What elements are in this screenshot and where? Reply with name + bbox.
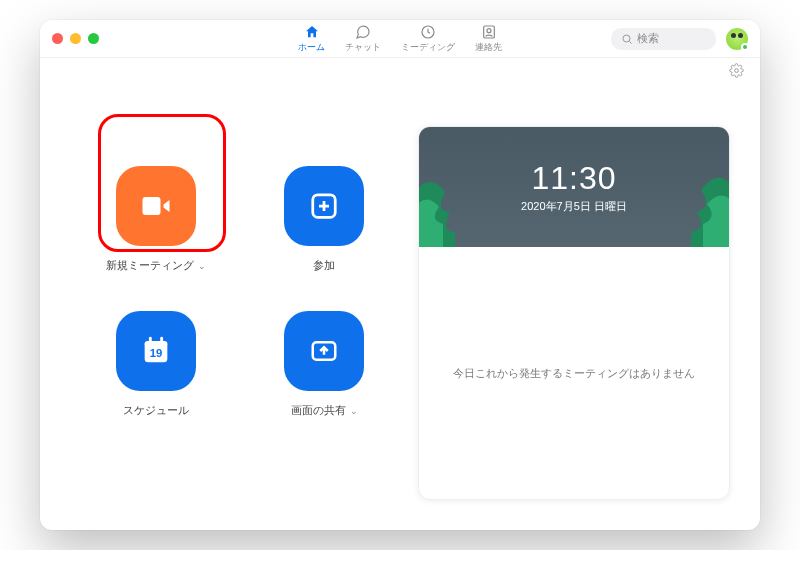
no-meetings-text: 今日これから発生するミーティングはありません: [419, 247, 729, 499]
svg-point-3: [623, 35, 630, 42]
app-window: ホーム チャット ミーディング 連絡先: [40, 20, 760, 530]
new-meeting-button[interactable]: 新規ミーティング ⌄: [90, 166, 222, 273]
tab-chat-label: チャット: [345, 41, 381, 54]
search-input[interactable]: 検索: [611, 28, 716, 50]
schedule-button[interactable]: 19 スケジュール: [90, 311, 222, 418]
calendar-icon: 19: [139, 334, 173, 368]
minimize-window-button[interactable]: [70, 33, 81, 44]
presence-dot: [741, 43, 749, 51]
avatar[interactable]: [726, 28, 748, 50]
tab-contacts[interactable]: 連絡先: [475, 24, 502, 54]
gear-icon: [729, 63, 744, 78]
search-placeholder: 検索: [637, 31, 659, 46]
tab-home[interactable]: ホーム: [298, 24, 325, 54]
plant-decor-right: [663, 162, 730, 247]
tab-home-label: ホーム: [298, 41, 325, 54]
video-icon: [138, 188, 174, 224]
schedule-label: スケジュール: [123, 403, 189, 418]
share-screen-button[interactable]: 画面の共有 ⌄: [258, 311, 390, 418]
window-controls: [52, 33, 99, 44]
maximize-window-button[interactable]: [88, 33, 99, 44]
nav-tabs: ホーム チャット ミーディング 連絡先: [298, 20, 502, 57]
svg-point-2: [487, 28, 491, 32]
action-tiles: 新規ミーティング ⌄ 参加: [90, 126, 390, 500]
home-icon: [304, 24, 320, 40]
main-body: 新規ミーティング ⌄ 参加: [40, 86, 760, 530]
plus-icon: [309, 191, 339, 221]
settings-button[interactable]: [729, 63, 744, 82]
toolbar: [40, 58, 760, 86]
join-label: 参加: [313, 258, 335, 273]
titlebar: ホーム チャット ミーディング 連絡先: [40, 20, 760, 58]
tab-chat[interactable]: チャット: [345, 24, 381, 54]
clock-date: 2020年7月5日 日曜日: [521, 199, 627, 214]
svg-rect-8: [145, 341, 168, 347]
clock-banner: 11:30 2020年7月5日 日曜日: [419, 127, 729, 247]
titlebar-right: 検索: [611, 20, 748, 57]
tab-meetings-label: ミーディング: [401, 41, 455, 54]
plant-decor-left: [418, 162, 485, 247]
svg-point-4: [735, 68, 739, 72]
clock-time: 11:30: [531, 160, 616, 197]
share-up-icon: [309, 336, 339, 366]
search-icon: [621, 33, 633, 45]
chevron-down-icon[interactable]: ⌄: [198, 261, 206, 271]
contacts-icon: [481, 24, 497, 40]
clock-icon: [420, 24, 436, 40]
upcoming-panel: 11:30 2020年7月5日 日曜日 今日これから発生するミーティングはありま…: [418, 126, 730, 500]
svg-text:19: 19: [150, 347, 163, 359]
svg-rect-5: [143, 197, 161, 215]
tab-meetings[interactable]: ミーディング: [401, 24, 455, 54]
chevron-down-icon[interactable]: ⌄: [350, 406, 358, 416]
tab-contacts-label: 連絡先: [475, 41, 502, 54]
new-meeting-label: 新規ミーティング: [106, 258, 194, 273]
share-label: 画面の共有: [291, 403, 346, 418]
join-button[interactable]: 参加: [258, 166, 390, 273]
close-window-button[interactable]: [52, 33, 63, 44]
chat-icon: [355, 24, 371, 40]
